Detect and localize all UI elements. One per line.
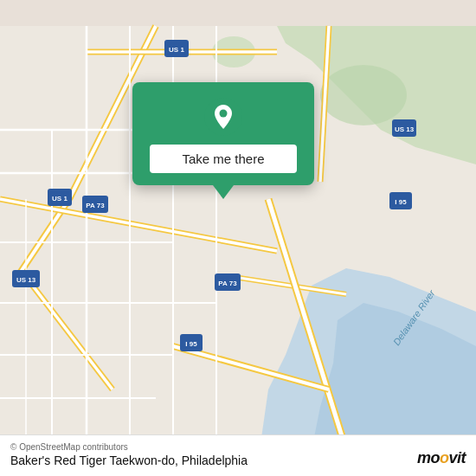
svg-text:I 95: I 95: [395, 198, 407, 206]
svg-text:US 13: US 13: [16, 276, 36, 284]
map-background: US 1 US 1 PA 73 PA 73 US 13 US 13 I 95 I…: [0, 0, 476, 476]
location-pin-icon: [204, 98, 242, 136]
attribution-text: © OpenStreetMap contributors: [10, 442, 466, 452]
map-container: US 1 US 1 PA 73 PA 73 US 13 US 13 I 95 I…: [0, 0, 476, 476]
svg-text:PA 73: PA 73: [218, 280, 237, 287]
svg-text:US 13: US 13: [395, 125, 415, 133]
svg-text:US 1: US 1: [169, 46, 184, 54]
svg-text:PA 73: PA 73: [86, 202, 105, 209]
bottom-bar: © OpenStreetMap contributors Baker's Red…: [0, 434, 476, 476]
location-title: Baker's Red Tiger Taekwon-do, Philadelph…: [10, 453, 466, 467]
svg-text:I 95: I 95: [185, 340, 197, 348]
svg-point-54: [220, 110, 228, 118]
popup-card: Take me there: [132, 82, 314, 185]
take-me-there-button[interactable]: Take me there: [150, 145, 297, 173]
svg-point-4: [320, 65, 407, 125]
svg-text:US 1: US 1: [52, 195, 68, 203]
moovit-logo: moovit: [417, 449, 466, 467]
